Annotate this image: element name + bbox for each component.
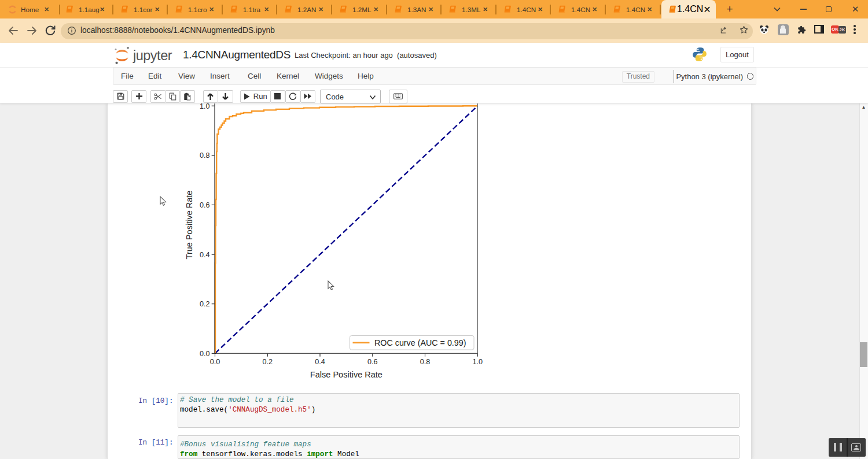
svg-text:0.4: 0.4 <box>315 358 325 366</box>
svg-text:0.0: 0.0 <box>210 358 220 366</box>
svg-text:0.2: 0.2 <box>263 358 273 366</box>
svg-text:1.0: 1.0 <box>200 103 210 110</box>
svg-text:1.0: 1.0 <box>473 358 483 366</box>
svg-text:0.6: 0.6 <box>367 358 378 366</box>
svg-text:0.4: 0.4 <box>200 251 210 259</box>
svg-text:0.0: 0.0 <box>200 350 210 358</box>
svg-text:0.6: 0.6 <box>200 201 210 209</box>
svg-text:ROC curve (AUC = 0.99): ROC curve (AUC = 0.99) <box>374 338 466 347</box>
svg-text:0.8: 0.8 <box>420 358 431 366</box>
svg-text:False Positive Rate: False Positive Rate <box>310 370 382 379</box>
svg-text:0.2: 0.2 <box>200 300 210 308</box>
svg-text:True Positive Rate: True Positive Rate <box>185 191 194 260</box>
svg-text:0.8: 0.8 <box>200 151 210 160</box>
